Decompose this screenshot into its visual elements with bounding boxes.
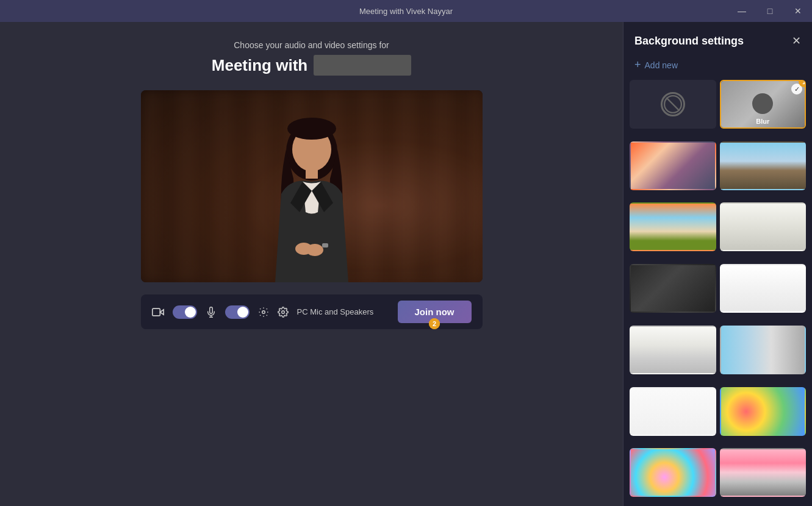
- bg-option-bedroom[interactable]: ✓: [630, 326, 716, 374]
- subtitle: Choose your audio and video settings for: [234, 40, 389, 50]
- background-grid: ✓ 1 Blur ✓ ✓ ✓ ✓: [623, 80, 812, 506]
- mic-toggle[interactable]: [225, 305, 250, 319]
- svg-point-2: [287, 118, 336, 140]
- controls-bar: PC Mic and Speakers Join now 2: [141, 294, 483, 329]
- settings-icon[interactable]: [278, 307, 289, 318]
- meeting-name-redacted: [314, 55, 411, 76]
- join-btn-wrapper: Join now 2: [398, 301, 472, 323]
- left-panel: Choose your audio and video settings for…: [0, 22, 623, 506]
- effects-icon[interactable]: [258, 307, 269, 318]
- meeting-title-container: Meeting with: [212, 55, 411, 76]
- blur-preview-circle: [752, 93, 773, 114]
- svg-point-11: [281, 310, 284, 313]
- no-background-icon: [661, 92, 685, 116]
- bg-option-modern-room[interactable]: ✓: [720, 202, 807, 251]
- title-bar: Meeting with Vivek Nayyar — □ ✕: [0, 0, 812, 22]
- blur-label: Blur: [756, 118, 769, 125]
- bg-option-city[interactable]: ✓: [630, 202, 716, 251]
- maximize-button[interactable]: □: [756, 0, 784, 22]
- bg-option-colorful-balls[interactable]: ✓: [720, 387, 807, 436]
- close-button[interactable]: ✕: [784, 0, 812, 22]
- bg-option-bridge[interactable]: ✓: [720, 448, 807, 497]
- camera-icon: [152, 306, 164, 318]
- minimize-button[interactable]: —: [728, 0, 756, 22]
- bg-option-none[interactable]: ✓: [630, 80, 716, 129]
- video-preview: [141, 90, 483, 282]
- svg-line-13: [666, 98, 680, 111]
- bg-settings-close[interactable]: ✕: [792, 34, 801, 48]
- svg-rect-6: [322, 243, 328, 248]
- audio-device-label: PC Mic and Speakers: [297, 307, 374, 316]
- right-panel: Background settings ✕ + Add new ✓: [623, 22, 812, 506]
- add-new-background-button[interactable]: + Add new: [623, 55, 812, 80]
- main-layout: Choose your audio and video settings for…: [0, 22, 812, 506]
- plus-icon: +: [634, 59, 641, 71]
- bg-settings-title: Background settings: [634, 35, 744, 48]
- add-new-label: Add new: [645, 60, 678, 70]
- bg-option-blur[interactable]: 1 Blur ✓: [720, 80, 807, 129]
- bg-option-colorful[interactable]: ✓: [630, 141, 716, 190]
- join-badge: 2: [429, 318, 440, 329]
- svg-rect-7: [152, 308, 160, 316]
- mic-icon: [206, 307, 217, 318]
- bg-option-bright-room[interactable]: ✓: [720, 264, 807, 313]
- bg-settings-header: Background settings ✕: [623, 22, 812, 55]
- bg-option-glass-room[interactable]: ✓: [720, 326, 807, 374]
- bg-option-office[interactable]: ✓: [720, 141, 807, 190]
- person-preview: [245, 105, 379, 282]
- bg-option-dark-room[interactable]: ✓: [630, 264, 716, 313]
- window-controls: — □ ✕: [728, 0, 812, 22]
- meeting-with-label: Meeting with: [212, 56, 307, 75]
- svg-point-5: [306, 244, 323, 256]
- bg-option-minimal-white[interactable]: ✓: [630, 387, 716, 436]
- bg-option-pastel-balls[interactable]: ✓: [630, 448, 716, 497]
- window-title: Meeting with Vivek Nayyar: [359, 7, 453, 16]
- video-toggle[interactable]: [173, 305, 197, 319]
- svg-point-10: [262, 310, 265, 313]
- svg-rect-3: [306, 166, 318, 179]
